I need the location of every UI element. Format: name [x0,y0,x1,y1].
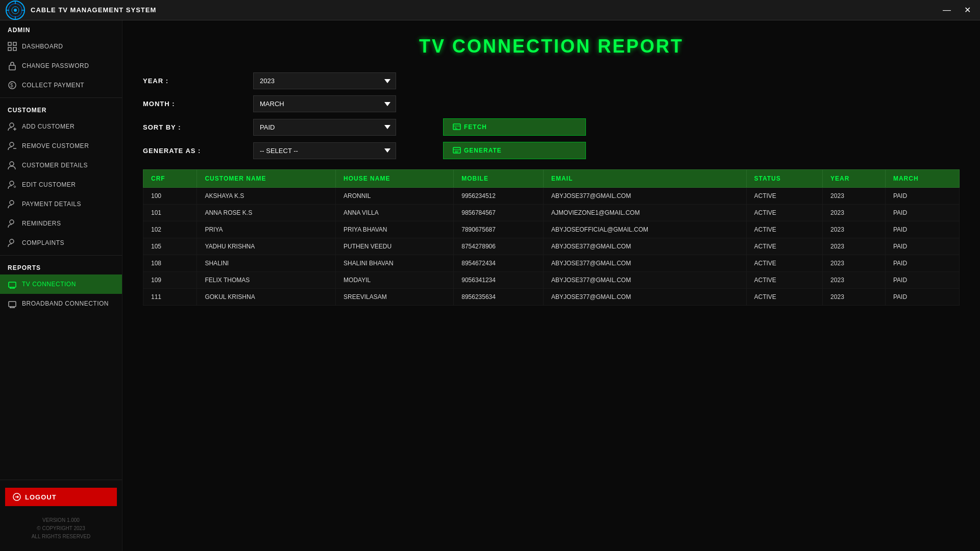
logout-icon [13,493,21,501]
cell-status: ACTIVE [746,221,823,238]
cell-month: PAID [885,255,959,272]
generate-as-select[interactable]: -- SELECT -- PDF EXCEL CSV [253,142,396,159]
cell-email: ABYJOSE377@GMAIL.COM [543,238,746,255]
customer-section-label: CUSTOMER [0,101,122,117]
divider-2 [0,255,122,256]
minimize-button[interactable]: — [939,4,955,16]
svg-point-20 [10,162,14,166]
sidebar-item-remove-customer[interactable]: REMOVE CUSTOMER [0,136,122,156]
cell-crf: 105 [143,238,197,255]
cell-house_name: SREEVILASAM [336,289,454,306]
cell-month: PAID [885,205,959,221]
year-select[interactable]: 2021 2022 2023 2024 [253,72,396,89]
sidebar-item-tv-connection[interactable]: TV CONNECTION [0,274,122,294]
cell-email: ABYJOSE377@GMAIL.COM [543,188,746,205]
svg-rect-10 [8,47,11,51]
cell-month: PAID [885,221,959,238]
edit-customer-icon [8,180,17,189]
cell-mobile: 7890675687 [454,221,544,238]
close-button[interactable]: ✕ [960,4,975,16]
col-status: STATUS [746,170,823,188]
cell-email: ABYJOSE377@GMAIL.COM [543,289,746,306]
cell-customer_name: PRIYA [197,221,336,238]
sidebar-item-reminders[interactable]: REMINDERS [0,214,122,233]
cell-house_name: SHALINI BHAVAN [336,255,454,272]
sidebar-item-add-customer[interactable]: ADD CUSTOMER [0,117,122,136]
col-email: EMAIL [543,170,746,188]
payment-details-icon [8,199,17,209]
svg-rect-8 [8,42,11,45]
edit-customer-label: EDIT CUSTOMER [22,181,76,188]
svg-point-21 [10,181,14,185]
change-password-label: CHANGE PASSWORD [22,62,89,69]
svg-text:$: $ [10,83,13,88]
sort-by-select[interactable]: ALL PAID UNPAID ACTIVE INACTIVE [253,119,396,136]
cell-email: ABYJOSE377@GMAIL.COM [543,255,746,272]
complaints-icon [8,238,17,247]
cell-status: ACTIVE [746,238,823,255]
cell-customer_name: ANNA ROSE K.S [197,205,336,221]
sidebar-item-edit-customer[interactable]: EDIT CUSTOMER [0,175,122,194]
sidebar-item-complaints[interactable]: COMPLAINTS [0,233,122,253]
lock-icon [8,61,17,70]
sidebar-spacer [0,313,122,477]
fetch-button[interactable]: FETCH [443,118,586,136]
sidebar-footer: VERSION 1.000 © COPYRIGHT 2023 ALL RIGHT… [0,511,122,546]
cell-house_name: ANNA VILLA [336,205,454,221]
sidebar-item-dashboard[interactable]: DASHBOARD [0,37,122,56]
report-table: CRF CUSTOMER NAME HOUSE NAME MOBILE EMAI… [143,169,960,306]
cell-mobile: 9856784567 [454,205,544,221]
add-customer-label: ADD CUSTOMER [22,123,75,130]
cell-house_name: MODAYIL [336,272,454,289]
remove-customer-icon [8,141,17,151]
admin-section-label: ADMIN [0,20,122,37]
sidebar-item-payment-details[interactable]: PAYMENT DETAILS [0,194,122,214]
cell-year: 2023 [823,238,886,255]
cell-email: AJMOVIEZONE1@GMAIL.COM [543,205,746,221]
logout-button[interactable]: LOGOUT [5,488,117,506]
cell-customer_name: FELIX THOMAS [197,272,336,289]
page-title: TV CONNECTION REPORT [143,36,960,57]
cell-status: ACTIVE [746,255,823,272]
customer-details-icon [8,161,17,170]
collect-payment-label: COLLECT PAYMENT [22,82,84,89]
dashboard-icon [8,42,17,51]
copyright-text: © COPYRIGHT 2023 [5,524,117,533]
col-mobile: MOBILE [454,170,544,188]
svg-rect-9 [13,42,16,45]
remove-customer-label: REMOVE CUSTOMER [22,142,89,149]
title-bar-controls: — ✕ [939,4,975,16]
cell-email: ABYJOSEOFFICIAL@GMAIL.COM [543,221,746,238]
title-bar-left: CABLE TV MANAGEMENT SYSTEM [5,0,156,20]
reports-section-label: REPORTS [0,258,122,274]
table-row: 105YADHU KRISHNAPUTHEN VEEDU8754278906AB… [143,238,960,255]
svg-point-18 [10,142,14,146]
cell-house_name: PUTHEN VEEDU [336,238,454,255]
generate-label: GENERATE [464,147,502,154]
title-bar: CABLE TV MANAGEMENT SYSTEM — ✕ [0,0,980,20]
sidebar-item-broadband-connection[interactable]: BROADBAND CONNECTION [0,294,122,313]
sidebar-item-collect-payment[interactable]: $ COLLECT PAYMENT [0,76,122,95]
col-house-name: HOUSE NAME [336,170,454,188]
cell-year: 2023 [823,255,886,272]
customer-details-label: CUSTOMER DETAILS [22,162,88,169]
table-row: 111GOKUL KRISHNASREEVILASAM8956235634ABY… [143,289,960,306]
cell-mobile: 9056341234 [454,272,544,289]
broadband-connection-label: BROADBAND CONNECTION [22,300,109,307]
month-label: MONTH : [143,100,245,108]
sidebar-item-change-password[interactable]: CHANGE PASSWORD [0,56,122,76]
divider-3 [0,480,122,480]
sidebar-item-customer-details[interactable]: CUSTOMER DETAILS [0,156,122,175]
month-select[interactable]: JANUARYFEBRUARYMARCH APRILMAYJUNE JULYAU… [253,95,396,112]
svg-point-24 [10,239,14,243]
main-layout: ADMIN DASHBOARD CHANGE PASSWORD $ COLLEC… [0,20,980,551]
year-label: YEAR : [143,77,245,85]
add-customer-icon [8,122,17,131]
complaints-label: COMPLAINTS [22,239,64,246]
cell-year: 2023 [823,188,886,205]
col-customer-name: CUSTOMER NAME [197,170,336,188]
generate-button[interactable]: GENERATE [443,142,586,159]
svg-rect-25 [9,282,16,287]
svg-rect-11 [13,47,16,51]
reminders-icon [8,219,17,228]
